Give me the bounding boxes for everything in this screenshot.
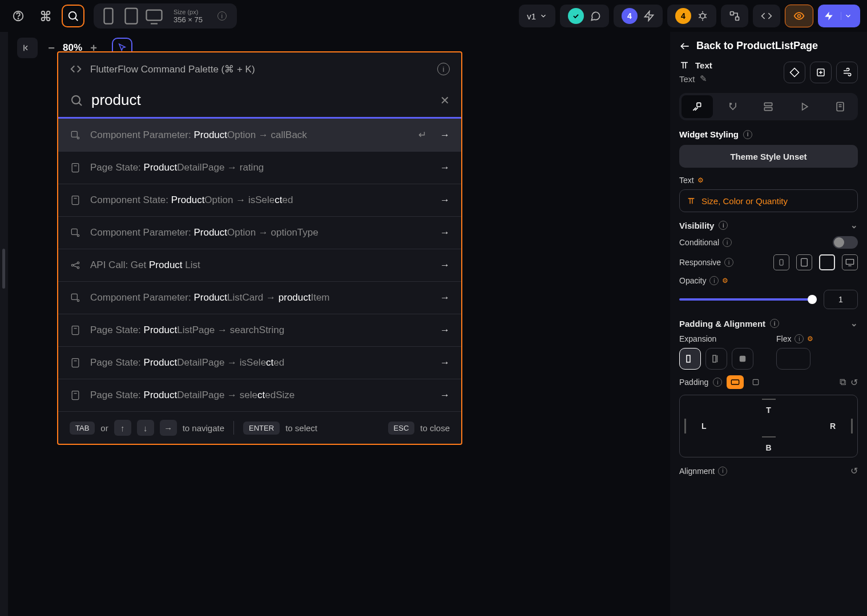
- svg-line-3: [75, 18, 78, 21]
- flash-icon: [643, 10, 655, 22]
- code-button[interactable]: [753, 5, 780, 27]
- result-item[interactable]: Page State: ProductListPage → searchStri…: [58, 314, 461, 347]
- tab-actions[interactable]: [717, 95, 749, 118]
- opacity-slider[interactable]: [679, 298, 817, 301]
- palette-info-icon[interactable]: i: [437, 63, 450, 75]
- warnings-pill[interactable]: 4: [667, 5, 716, 27]
- exp-default[interactable]: [679, 348, 701, 370]
- svg-rect-64: [697, 103, 701, 107]
- svg-rect-73: [801, 258, 808, 266]
- run-button[interactable]: [818, 5, 860, 27]
- enter-key: ENTER: [243, 422, 280, 435]
- tab-animations[interactable]: [789, 95, 820, 118]
- settings-icon[interactable]: ⚙: [697, 176, 704, 184]
- svg-line-35: [79, 103, 82, 106]
- theme-style-button[interactable]: Theme Style Unset: [679, 145, 858, 168]
- palette-search-input[interactable]: [91, 91, 432, 109]
- settings-icon[interactable]: ⚙: [722, 277, 728, 285]
- padding-mode-all[interactable]: [727, 375, 744, 389]
- edit-name-icon[interactable]: ✎: [700, 74, 707, 84]
- phone-icon[interactable]: [98, 6, 119, 26]
- responsive-phone[interactable]: [773, 254, 789, 270]
- preview-button[interactable]: [785, 5, 813, 27]
- svg-rect-51: [72, 326, 79, 335]
- result-item[interactable]: Page State: ProductDetailPage → rating→: [58, 152, 461, 184]
- down-key: ↓: [137, 420, 154, 436]
- svg-line-47: [74, 264, 78, 265]
- search-icon[interactable]: [62, 5, 84, 27]
- info-icon[interactable]: i: [723, 238, 732, 247]
- tab-docs[interactable]: [824, 95, 856, 118]
- result-item[interactable]: API Call: Get Product List→: [58, 249, 461, 282]
- help-icon[interactable]: [7, 5, 30, 27]
- issues-count: 4: [622, 8, 638, 24]
- exp-flex[interactable]: [705, 348, 727, 370]
- info-icon[interactable]: i: [718, 467, 727, 476]
- result-item[interactable]: Component State: ProductOption → isSelec…: [58, 184, 461, 217]
- flex-input[interactable]: [776, 348, 810, 370]
- responsive-laptop[interactable]: [819, 254, 835, 270]
- result-item[interactable]: Component Parameter: ProductListCard → p…: [58, 282, 461, 314]
- svg-line-12: [699, 14, 700, 15]
- svg-rect-49: [71, 294, 77, 299]
- result-item[interactable]: Page State: ProductDetailPage → isSelect…: [58, 347, 461, 379]
- info-icon[interactable]: i: [795, 334, 804, 343]
- collapse-panel-button[interactable]: [17, 38, 38, 58]
- reset-padding-icon[interactable]: ↺: [850, 377, 858, 388]
- responsive-desktop[interactable]: [842, 254, 858, 270]
- command-icon[interactable]: [34, 5, 57, 27]
- tab-key: TAB: [70, 422, 95, 435]
- svg-rect-81: [753, 379, 759, 384]
- svg-point-44: [71, 264, 73, 266]
- run-dropdown[interactable]: [841, 12, 854, 20]
- branching-button[interactable]: [721, 5, 748, 27]
- chevron-down-icon[interactable]: ⌄: [850, 318, 858, 329]
- text-value-input[interactable]: Size, Color or Quantity: [679, 189, 858, 212]
- zoom-out-button[interactable]: −: [45, 42, 58, 55]
- result-item[interactable]: Component Parameter: ProductOption → cal…: [58, 119, 461, 152]
- status-pill[interactable]: [560, 5, 609, 27]
- padding-mode-individual[interactable]: [747, 375, 764, 389]
- exp-expand[interactable]: [732, 348, 753, 370]
- back-button[interactable]: Back to ProductListPage: [679, 40, 858, 52]
- wind-icon[interactable]: [836, 62, 858, 83]
- svg-rect-40: [72, 196, 79, 205]
- svg-rect-6: [147, 10, 162, 21]
- result-item[interactable]: Page State: ProductDetailPage → selected…: [58, 379, 461, 412]
- tab-style[interactable]: [681, 95, 713, 118]
- info-icon[interactable]: i: [719, 221, 728, 230]
- padding-editor[interactable]: T L R B: [679, 395, 858, 457]
- settings-icon[interactable]: ⚙: [807, 335, 813, 343]
- info-icon[interactable]: i: [713, 378, 722, 387]
- canvas-size: Size (px) 356 × 75: [167, 9, 209, 24]
- svg-rect-38: [72, 164, 79, 172]
- info-icon[interactable]: i: [724, 258, 733, 267]
- tab-backend[interactable]: [753, 95, 784, 118]
- svg-rect-77: [713, 355, 716, 362]
- responsive-tablet[interactable]: [796, 254, 812, 270]
- chevron-down-icon[interactable]: ⌄: [850, 220, 858, 230]
- up-key: ↑: [114, 420, 131, 436]
- warnings-count: 4: [675, 8, 691, 24]
- svg-rect-74: [846, 260, 853, 265]
- issues-pill[interactable]: 4: [614, 5, 663, 27]
- info-icon[interactable]: i: [770, 319, 779, 328]
- result-item[interactable]: Component Parameter: ProductOption → opt…: [58, 217, 461, 249]
- opacity-value[interactable]: 1: [824, 290, 858, 309]
- clear-search-button[interactable]: ✕: [440, 94, 450, 107]
- svg-rect-16: [731, 12, 734, 15]
- reset-alignment-icon[interactable]: ↺: [850, 465, 858, 476]
- left-rail-handle[interactable]: [2, 249, 5, 289]
- diamond-icon[interactable]: [784, 62, 805, 83]
- copy-padding-icon[interactable]: ⧉: [840, 377, 846, 388]
- add-box-icon[interactable]: [810, 62, 832, 83]
- size-info-icon[interactable]: i: [212, 6, 232, 26]
- conditional-toggle[interactable]: [833, 236, 858, 249]
- info-icon[interactable]: i: [709, 276, 719, 285]
- info-icon[interactable]: i: [743, 130, 752, 139]
- desktop-icon[interactable]: [144, 6, 164, 26]
- svg-rect-66: [765, 103, 772, 106]
- widget-name: Text: [679, 74, 695, 84]
- tablet-icon[interactable]: [121, 6, 142, 26]
- version-selector[interactable]: v1: [519, 5, 555, 27]
